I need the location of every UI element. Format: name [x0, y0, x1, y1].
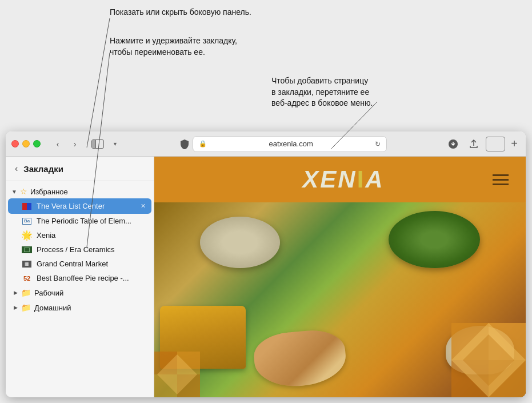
bookmark-close-vera[interactable]: ✕	[139, 201, 147, 211]
vera-favicon	[22, 202, 32, 210]
bookmark-label-periodic: The Periodic Table of Elem...	[37, 217, 147, 225]
shield-icon[interactable]	[177, 137, 193, 151]
website-background: XENiA	[154, 157, 526, 397]
bookmark-item-vera[interactable]: The Vera List Center ✕	[8, 198, 151, 214]
folder-home-arrow: ▶	[14, 305, 18, 310]
bookmark-label-vera: The Vera List Center	[37, 202, 135, 210]
folder-home-label: Домашний	[34, 304, 71, 312]
tab-overview-button[interactable]	[486, 137, 505, 151]
maximize-button[interactable]	[33, 140, 41, 147]
folder-item-home[interactable]: ▶ 📁 Домашний	[6, 300, 154, 315]
bookmark-label-process: Process / Era Ceramics	[37, 245, 147, 254]
sidebar-header: ‹ Закладки	[6, 157, 154, 181]
sidebar-toggle-button[interactable]	[89, 137, 107, 151]
xenia-favicon: 🌟	[22, 232, 32, 240]
geo-pattern-left	[154, 352, 200, 397]
traffic-lights	[11, 140, 41, 147]
favorites-arrow: ▼	[11, 189, 17, 195]
favorites-header[interactable]: ▼ ☆ Избранное	[6, 185, 154, 198]
tooltip-rename-bookmark: Нажмите и удерживайте закладку,чтобы пер…	[110, 35, 237, 58]
food-element-plate-1	[200, 217, 280, 268]
sidebar-toggle-icon	[91, 139, 104, 149]
bookmark-label-grand: Grand Central Market	[37, 260, 147, 268]
close-button[interactable]	[11, 140, 19, 147]
favorites-star-icon: ☆	[20, 187, 27, 196]
bookmarks-section: ▼ ☆ Избранное The Vera List Center ✕	[6, 181, 154, 318]
title-bar: ‹ › ▼ 🔒 eatxenia.com ↻	[6, 131, 526, 157]
bookmark-item-xenia[interactable]: 🌟 Xenia	[6, 228, 154, 242]
nav-buttons: ‹ ›	[50, 137, 83, 151]
xenia-header: XENiA	[154, 157, 526, 202]
sidebar-title: Закладки	[23, 164, 63, 174]
food-element-salad	[389, 211, 480, 268]
browser-window: ‹ › ▼ 🔒 eatxenia.com ↻	[6, 131, 526, 397]
address-text: eatxenia.com	[210, 139, 371, 148]
sidebar: ‹ Закладки ▼ ☆ Избранное	[6, 157, 154, 397]
add-tab-button[interactable]: +	[509, 137, 520, 150]
tooltip-add-bookmark: Чтобы добавить страницув закладки, перет…	[271, 75, 373, 109]
folder-work-arrow: ▶	[14, 290, 18, 296]
grand-favicon: ▦	[22, 260, 32, 268]
address-bar-container: 🔒 eatxenia.com ↻	[123, 136, 440, 152]
tooltip-sidebar-toggle: Показать или скрыть боковую панель.	[110, 7, 251, 18]
bookmark-item-grand[interactable]: ▦ Grand Central Market	[6, 257, 154, 271]
geo-pattern-right	[451, 323, 526, 397]
folder-work-icon: 📁	[21, 288, 31, 297]
reload-button[interactable]: ↻	[375, 140, 381, 148]
hamburger-menu[interactable]	[493, 174, 509, 185]
process-favicon	[22, 246, 32, 254]
folder-item-work[interactable]: ▶ 📁 Рабочий	[6, 285, 154, 300]
lock-icon: 🔒	[199, 140, 207, 147]
address-bar[interactable]: 🔒 eatxenia.com ↻	[193, 136, 387, 152]
bookmark-item-periodic[interactable]: Ba The Periodic Table of Elem...	[6, 214, 154, 228]
forward-button[interactable]: ›	[67, 137, 83, 151]
periodic-favicon: Ba	[22, 217, 32, 225]
food-image-area	[154, 202, 526, 397]
folder-work-label: Рабочий	[34, 289, 63, 297]
main-content: ‹ Закладки ▼ ☆ Избранное	[6, 157, 526, 397]
bookmark-label-banoffee: Best Banoffee Pie recipe -...	[37, 274, 147, 282]
back-button[interactable]: ‹	[50, 137, 66, 151]
sidebar-chevron-button[interactable]: ▼	[111, 140, 119, 148]
bookmark-item-banoffee[interactable]: 52 Best Banoffee Pie recipe -...	[6, 271, 154, 285]
svg-line-0	[87, 18, 110, 147]
folder-home-icon: 📁	[21, 303, 31, 312]
banoffee-favicon: 52	[22, 274, 32, 282]
xenia-logo: XENiA	[302, 166, 384, 193]
bookmark-label-xenia: Xenia	[37, 231, 147, 240]
download-button[interactable]	[445, 137, 462, 151]
bookmark-item-process[interactable]: Process / Era Ceramics	[6, 242, 154, 257]
favorites-label: Избранное	[30, 187, 68, 196]
minimize-button[interactable]	[22, 140, 30, 147]
sidebar-back-button[interactable]: ‹	[13, 162, 20, 175]
website-content: XENiA	[154, 157, 526, 397]
toolbar-actions: +	[445, 137, 520, 151]
share-button[interactable]	[465, 137, 482, 151]
